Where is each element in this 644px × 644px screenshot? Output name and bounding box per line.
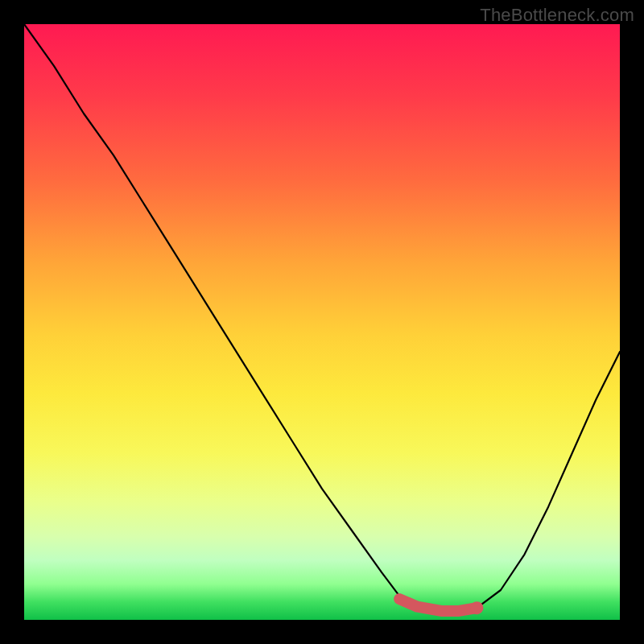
chart-frame: TheBottleneck.com bbox=[0, 0, 644, 644]
optimal-marker-point bbox=[470, 601, 483, 614]
watermark-text: TheBottleneck.com bbox=[480, 5, 634, 26]
chart-svg bbox=[24, 24, 620, 620]
bottleneck-curve bbox=[24, 24, 620, 614]
chart-plot-area bbox=[24, 24, 620, 620]
optimal-marker-segment bbox=[399, 599, 477, 611]
